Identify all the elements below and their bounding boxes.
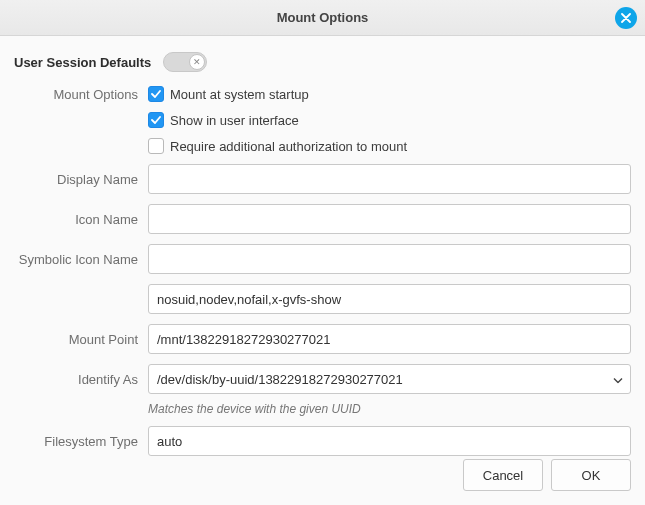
options-string-input[interactable] bbox=[148, 284, 631, 314]
cancel-button[interactable]: Cancel bbox=[463, 459, 543, 491]
dialog-footer: Cancel OK bbox=[463, 459, 631, 491]
titlebar: Mount Options bbox=[0, 0, 645, 36]
identify-as-hint: Matches the device with the given UUID bbox=[148, 402, 631, 416]
mount-point-label: Mount Point bbox=[14, 332, 142, 347]
identify-as-select[interactable] bbox=[148, 364, 631, 394]
checkbox-startup[interactable] bbox=[148, 86, 164, 102]
defaults-label: User Session Defaults bbox=[14, 55, 151, 70]
checkbox-show-ui-label: Show in user interface bbox=[170, 113, 299, 128]
dialog-content: User Session Defaults ✕ Mount Options Mo… bbox=[0, 36, 645, 470]
checkbox-require-auth-label: Require additional authorization to moun… bbox=[170, 139, 407, 154]
ok-button[interactable]: OK bbox=[551, 459, 631, 491]
form-grid: Mount Options Mount at system startup Sh… bbox=[14, 86, 631, 456]
checkbox-startup-row: Mount at system startup bbox=[148, 86, 631, 102]
mount-point-input[interactable] bbox=[148, 324, 631, 354]
defaults-toggle[interactable]: ✕ bbox=[163, 52, 207, 72]
check-icon bbox=[151, 115, 161, 125]
toggle-knob: ✕ bbox=[189, 54, 205, 70]
mount-options-label: Mount Options bbox=[14, 87, 142, 102]
checkbox-requireauth-row: Require additional authorization to moun… bbox=[148, 138, 631, 154]
close-icon bbox=[621, 13, 631, 23]
checkbox-show-ui[interactable] bbox=[148, 112, 164, 128]
identify-as-value[interactable] bbox=[148, 364, 631, 394]
display-name-label: Display Name bbox=[14, 172, 142, 187]
close-button[interactable] bbox=[615, 7, 637, 29]
checkbox-showui-row: Show in user interface bbox=[148, 112, 631, 128]
symbolic-icon-name-input[interactable] bbox=[148, 244, 631, 274]
checkbox-require-auth[interactable] bbox=[148, 138, 164, 154]
defaults-row: User Session Defaults ✕ bbox=[14, 52, 631, 72]
filesystem-type-input[interactable] bbox=[148, 426, 631, 456]
icon-name-input[interactable] bbox=[148, 204, 631, 234]
check-icon bbox=[151, 89, 161, 99]
symbolic-icon-name-label: Symbolic Icon Name bbox=[14, 252, 142, 267]
checkbox-startup-label: Mount at system startup bbox=[170, 87, 309, 102]
window-title: Mount Options bbox=[277, 10, 369, 25]
display-name-input[interactable] bbox=[148, 164, 631, 194]
filesystem-type-label: Filesystem Type bbox=[14, 434, 142, 449]
identify-as-label: Identify As bbox=[14, 372, 142, 387]
icon-name-label: Icon Name bbox=[14, 212, 142, 227]
